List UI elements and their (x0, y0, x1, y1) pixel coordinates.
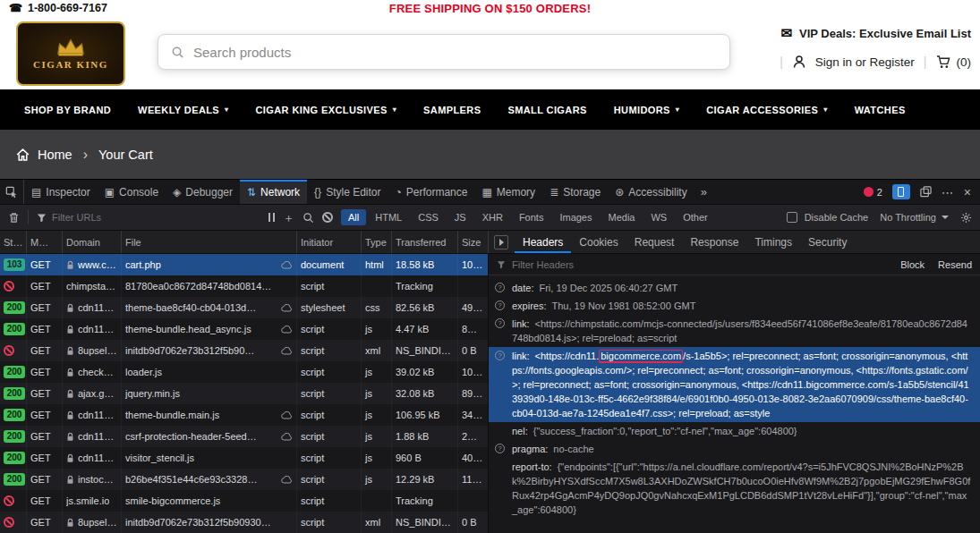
network-request-row[interactable]: 200GETinstoc…b26be4f351e44c6e93c3328…scr… (0, 469, 488, 490)
filter-media[interactable]: Media (601, 209, 642, 225)
devtools-menu-button[interactable]: ⋯ (942, 185, 954, 199)
column-header-st[interactable]: St… (0, 231, 27, 253)
initiator-cell: script (297, 275, 362, 297)
filter-headers-input[interactable] (512, 259, 894, 270)
column-header-type[interactable]: Type (362, 231, 392, 253)
network-request-row[interactable]: GETjs.smile.iosmile-bigcommerce.jsscript… (0, 490, 488, 512)
nav-item-weekly-deals[interactable]: WEEKLY DEALS▾ (138, 105, 228, 115)
filter-other[interactable]: Other (676, 209, 715, 225)
header-row[interactable]: ?dateFri, 19 Dec 2025 06:40:27 GMT (489, 279, 980, 297)
column-header-size[interactable]: Size (458, 231, 489, 253)
filter-html[interactable]: HTML (368, 209, 409, 225)
network-request-row[interactable]: 103GETwww.c…cart.phpdocumenthtml18.58 kB… (0, 254, 488, 275)
signin-register-link[interactable]: Sign in or Register (815, 55, 915, 69)
network-request-row[interactable]: 200GETcdn11…csrf-protection-header-5eed…… (0, 426, 488, 447)
disable-cache-label[interactable]: Disable Cache (805, 212, 869, 223)
disable-cache-checkbox[interactable] (787, 212, 797, 223)
filter-ws[interactable]: WS (643, 209, 674, 225)
nav-item-cigar-king-exclusives[interactable]: CIGAR KING EXCLUSIVES▾ (256, 105, 397, 115)
nav-item-humidors[interactable]: HUMIDORS▾ (614, 105, 680, 115)
column-header-m[interactable]: M… (27, 231, 63, 253)
details-tab-response[interactable]: Response (682, 231, 746, 253)
column-header-initiator[interactable]: Initiator (297, 231, 362, 253)
add-request-button[interactable]: ＋ (283, 212, 294, 224)
network-request-row[interactable]: 200GETcdn11…theme-bundle.main.jsscriptjs… (0, 404, 488, 426)
filter-fonts[interactable]: Fonts (512, 209, 551, 225)
tab-console[interactable]: ▣Console (98, 180, 166, 204)
filter-images[interactable]: Images (552, 209, 599, 225)
filter-all[interactable]: All (341, 209, 366, 225)
vip-deals-link[interactable]: ✉ VIP Deals: Exclusive Email List (780, 25, 971, 41)
site-logo[interactable]: CIGAR KING (16, 21, 125, 86)
size-cell: 2… (458, 426, 488, 447)
column-header-file[interactable]: File (122, 231, 297, 253)
header-row[interactable]: ?link<https://chimpstatic.com/mcjs-conne… (489, 315, 980, 347)
close-devtools-button[interactable]: × (964, 185, 971, 199)
filter-xhr[interactable]: XHR (475, 209, 510, 225)
nav-item-watches[interactable]: WATCHES (855, 105, 906, 115)
filter-js[interactable]: JS (447, 209, 473, 225)
details-tab-headers[interactable]: Headers (515, 231, 571, 253)
pop-out-button[interactable] (920, 186, 932, 198)
column-header-transferred[interactable]: Transferred (392, 231, 458, 253)
pick-element-button[interactable] (0, 180, 24, 204)
network-request-row[interactable]: 200GETcheck…loader.jsscriptjs39.02 kB10… (0, 361, 488, 383)
header-row[interactable]: ?pragmano-cache (489, 440, 980, 458)
breadcrumb-home-link[interactable]: Home (16, 148, 72, 162)
network-request-row[interactable]: 200GETcdn11…theme-bae8cf40-cb04-013d…sty… (0, 297, 488, 318)
header-row[interactable]: ?expiresThu, 19 Nov 1981 08:52:00 GMT (489, 297, 980, 315)
network-request-row[interactable]: GET8upsel…initdb9d7062e73b312f5b90930…sc… (0, 512, 488, 533)
search-bar (158, 34, 730, 70)
column-header-domain[interactable]: Domain (63, 231, 122, 253)
tab-storage[interactable]: ≣Storage (542, 180, 608, 204)
tab-debugger[interactable]: ◈Debugger (166, 180, 240, 204)
network-request-row[interactable]: GETchimpsta…81780ea0c8672d84748bd0814…sc… (0, 275, 488, 297)
help-icon[interactable]: ? (495, 283, 505, 292)
search-input[interactable] (193, 45, 717, 60)
lock-icon (66, 325, 74, 334)
header-row[interactable]: ?link<https://cdn11.bigcommerce.com/s-1a… (489, 347, 980, 422)
filter-urls-input[interactable] (52, 212, 260, 223)
pause-recording-button[interactable] (268, 213, 275, 222)
network-request-row[interactable]: 200GETajax.g…jquery.min.jsscriptjs32.08 … (0, 383, 488, 404)
network-request-row[interactable]: 200GETcdn11…visitor_stencil.jsscriptjs96… (0, 447, 488, 469)
details-tab-security[interactable]: Security (800, 231, 855, 253)
help-icon[interactable]: ? (495, 318, 505, 328)
clear-requests-button[interactable] (8, 212, 20, 224)
tab-inspector[interactable]: ▤Inspector (24, 180, 98, 204)
nav-item-small-cigars[interactable]: SMALL CIGARS (507, 105, 586, 115)
network-request-row[interactable]: GET8upsel…initdb9d7062e73b312f5b90…scrip… (0, 340, 488, 361)
help-icon[interactable]: ? (495, 444, 505, 453)
network-settings-button[interactable] (960, 212, 972, 224)
details-pane-toggle-icon[interactable] (494, 235, 508, 250)
details-tab-cookies[interactable]: Cookies (571, 231, 626, 253)
tab-performance[interactable]: ◔Performance (388, 180, 474, 204)
details-tab-request[interactable]: Request (626, 231, 683, 253)
header-row[interactable]: report-to{"endpoints":[{"url":"https://a… (489, 458, 980, 519)
block-button[interactable]: Block (900, 259, 925, 270)
tab-network[interactable]: ⇅Network (240, 180, 307, 204)
tab-label: Accessibility (628, 186, 686, 199)
network-request-row[interactable]: 200GETcdn11…theme-bundle.head_async.jssc… (0, 318, 488, 340)
more-tabs-button[interactable]: » (695, 180, 713, 204)
nav-item-samplers[interactable]: SAMPLERS (423, 105, 481, 115)
error-count-button[interactable]: 2 (864, 187, 882, 198)
resend-button[interactable]: Resend (938, 259, 972, 270)
help-icon[interactable]: ? (495, 300, 505, 310)
block-requests-button[interactable] (322, 212, 333, 223)
filter-css[interactable]: CSS (411, 209, 446, 225)
envelope-icon: ✉ (780, 25, 792, 41)
type-cell: js (362, 361, 392, 383)
header-row[interactable]: nel{"success_fraction":0,"report_to":"cf… (489, 422, 980, 440)
throttling-select[interactable]: No Throttling (875, 209, 953, 225)
help-icon[interactable]: ? (495, 351, 505, 360)
tab-style-editor[interactable]: {}Style Editor (307, 180, 388, 204)
cart-button[interactable]: (0) (936, 55, 972, 69)
nav-item-cigar-accessories[interactable]: CIGAR ACCESSORIES▾ (706, 105, 827, 115)
tab-memory[interactable]: ▦Memory (474, 180, 542, 204)
search-requests-button[interactable] (303, 212, 314, 224)
details-tab-timings[interactable]: Timings (746, 231, 800, 253)
nav-item-shop-by-brand[interactable]: SHOP BY BRAND (24, 105, 111, 115)
tab-accessibility[interactable]: ⊛Accessibility (608, 180, 694, 204)
responsive-design-mode-button[interactable] (892, 184, 910, 199)
